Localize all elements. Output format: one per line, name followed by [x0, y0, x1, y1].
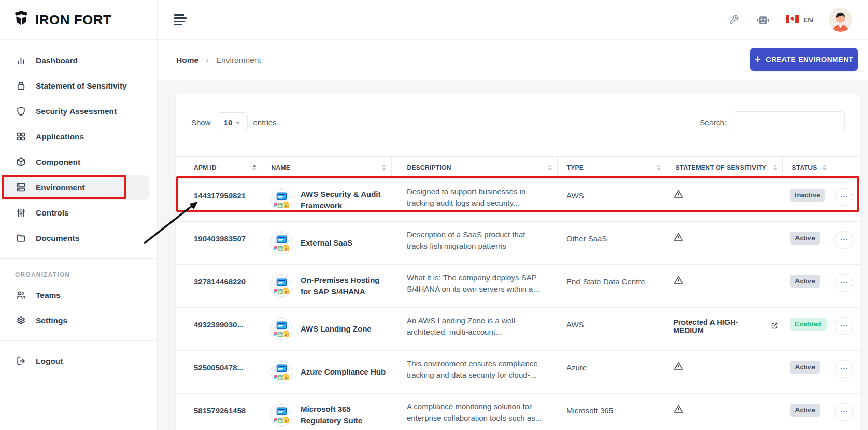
table-row[interactable]: 581579261458 Microsoft 365 Regulatory Su…	[176, 394, 860, 430]
shield-icon	[15, 106, 26, 117]
search-control: Search:	[700, 111, 845, 133]
row-actions-button[interactable]: ...	[835, 403, 853, 421]
table-row[interactable]: 327814468220 On-Premises Hosting for SAP…	[176, 265, 860, 308]
robot-assistant-icon[interactable]	[756, 13, 770, 27]
sort-arrows-icon	[252, 165, 257, 171]
description-cell: Description of a SaaS product that track…	[391, 222, 557, 265]
row-actions-button[interactable]: ...	[835, 188, 853, 206]
table-header-row: APM IDNAMEDESCRIPTIONTYPESTATEMENT OF SE…	[176, 157, 860, 179]
menu-toggle-icon[interactable]	[174, 14, 187, 26]
apm-id-cell: 327814468220	[176, 265, 262, 308]
create-environment-button[interactable]: + CREATE ENVIRONMENT	[750, 48, 858, 71]
breadcrumb-home-link[interactable]: Home	[176, 55, 198, 65]
table-row[interactable]: 190403983507 External SaaSDescription of…	[176, 222, 860, 265]
environment-name: On-Premises Hosting for SAP S/4HANA	[301, 275, 387, 297]
sidebar-item-documents[interactable]: Documents	[0, 225, 157, 251]
warning-icon[interactable]	[673, 407, 684, 416]
sidebar-section-label: ORGANIZATION	[0, 266, 157, 282]
sidebar-item-settings[interactable]: Settings	[0, 308, 157, 333]
description-cell: An AWS Landing Zone is a well-architecte…	[391, 308, 557, 351]
column-header-statement-of-sensitivity[interactable]: STATEMENT OF SENSITIVITY	[666, 157, 782, 179]
column-header-description[interactable]: DESCRIPTION	[391, 157, 557, 179]
environment-icon	[269, 317, 293, 341]
column-header-apm-id[interactable]: APM ID	[176, 157, 262, 179]
logout-icon	[15, 355, 26, 367]
status-cell: Active	[782, 394, 832, 430]
sliders-icon	[15, 207, 26, 219]
name-cell: External SaaS	[262, 222, 391, 265]
sidebar-item-applications[interactable]: Applications	[0, 124, 157, 149]
sidebar-item-component[interactable]: Component	[0, 149, 157, 175]
column-header-actions	[832, 157, 860, 179]
sidebar-item-statement-of-sensitivity[interactable]: Statement of Sensitivity	[0, 73, 157, 98]
sort-arrows-icon	[382, 165, 386, 171]
column-header-status[interactable]: STATUS	[782, 157, 832, 179]
server-icon	[15, 182, 26, 193]
warning-icon[interactable]	[673, 235, 684, 244]
sidebar-item-security-assessment[interactable]: Security Assessment	[0, 98, 157, 124]
row-actions-button[interactable]: ...	[835, 274, 853, 292]
wrench-icon[interactable]	[728, 13, 741, 26]
statement-of-sensitivity-cell	[666, 179, 782, 222]
search-input[interactable]	[733, 111, 845, 133]
status-badge: Active	[790, 275, 820, 288]
page-size-select[interactable]: 10	[217, 112, 248, 132]
name-cell: On-Premises Hosting for SAP S/4HANA	[262, 265, 391, 308]
row-actions-button[interactable]: ...	[835, 317, 853, 335]
sidebar-item-label: Dashboard	[36, 56, 78, 65]
sidebar-item-environment[interactable]: Environment	[0, 175, 157, 200]
column-header-name[interactable]: NAME	[262, 157, 391, 179]
gear-icon	[15, 315, 26, 326]
actions-cell: ...	[832, 394, 860, 430]
type-cell: AWS	[557, 179, 666, 222]
sidebar-item-dashboard[interactable]: Dashboard	[0, 48, 157, 73]
sidebar-item-label: Applications	[36, 132, 84, 141]
bar-chart-icon	[15, 55, 26, 66]
warning-icon[interactable]	[673, 278, 684, 287]
type-cell: AWS	[557, 308, 666, 351]
sidebar: IRON FORT DashboardStatement of Sensitiv…	[0, 0, 158, 430]
warning-icon[interactable]	[673, 192, 684, 201]
table-body: 144317959821 AWS Security & Audit Framew…	[176, 179, 860, 430]
sidebar-item-label: Environment	[36, 183, 85, 192]
description-cell: What it is: The company deploys SAP S/4H…	[391, 265, 557, 308]
status-cell: Inactive	[782, 179, 832, 222]
warning-icon[interactable]	[673, 364, 684, 373]
status-badge: Active	[790, 232, 820, 245]
breadcrumb: Home › Environment	[176, 40, 261, 80]
search-label: Search:	[700, 118, 727, 127]
statement-of-sensitivity-cell	[666, 265, 782, 308]
environment-icon	[269, 274, 293, 298]
sort-arrows-icon	[822, 165, 827, 171]
brand-logo[interactable]: IRON FORT	[0, 0, 157, 40]
page-size-value: 10	[224, 118, 233, 127]
entries-label: entries	[253, 118, 277, 127]
column-header-type[interactable]: TYPE	[557, 157, 666, 179]
user-avatar[interactable]	[829, 8, 852, 32]
statement-of-sensitivity-cell: Protected A HIGH- MEDIUM	[666, 308, 782, 351]
name-cell: AWS Landing Zone	[262, 308, 391, 351]
sidebar-item-label: Component	[36, 157, 80, 167]
status-badge: Inactive	[790, 189, 825, 202]
sidebar-item-controls[interactable]: Controls	[0, 200, 157, 225]
status-cell: Active	[782, 351, 832, 394]
sidebar-item-logout[interactable]: Logout	[0, 348, 157, 374]
sidebar-item-teams[interactable]: Teams	[0, 282, 157, 308]
sort-arrows-icon	[773, 165, 777, 171]
page-size-control: Show 10 entries	[191, 112, 277, 132]
table-row[interactable]: 4932399030... AWS Landing ZoneAn AWS Lan…	[176, 308, 860, 351]
table-row[interactable]: 144317959821 AWS Security & Audit Framew…	[176, 179, 860, 222]
row-actions-button[interactable]: ...	[835, 231, 853, 249]
name-cell: Microsoft 365 Regulatory Suite	[262, 394, 391, 430]
table-controls: Show 10 entries Search:	[176, 94, 860, 133]
plus-icon: +	[755, 53, 761, 65]
table-row[interactable]: 5250050478... Azure Compliance HubThis e…	[176, 351, 860, 394]
status-cell: Active	[782, 222, 832, 265]
breadcrumb-bar: Home › Environment + CREATE ENVIRONMENT	[158, 40, 868, 80]
sidebar-item-label: Statement of Sensitivity	[36, 81, 127, 91]
row-actions-button[interactable]: ...	[835, 360, 853, 378]
environment-name: AWS Landing Zone	[301, 323, 372, 335]
apm-id-cell: 190403983507	[176, 222, 262, 265]
sos-protected-link[interactable]: Protected A HIGH- MEDIUM	[673, 318, 778, 335]
language-switcher[interactable]: EN	[786, 15, 813, 25]
